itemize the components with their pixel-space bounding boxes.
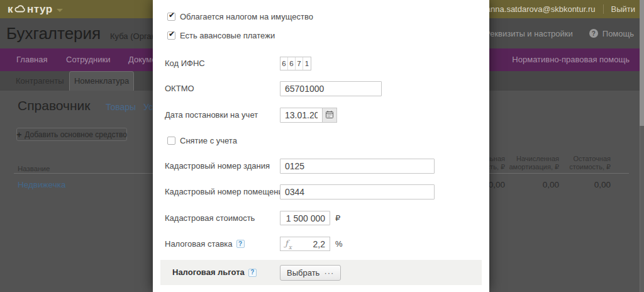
tax-rate-label: Налоговая ставка ? xyxy=(165,237,245,251)
tax-rate-help-icon[interactable]: ? xyxy=(236,240,245,248)
tax-rate-value: 2,2 xyxy=(313,239,325,249)
checkmark-icon: ✔ xyxy=(169,11,175,20)
ifns-code-label: Код ИФНС xyxy=(165,57,205,70)
tax-rate-input[interactable]: ƒx 2,2 xyxy=(280,237,330,251)
app-window: к нтур anna.satdarova@skbkontur.ru Выйти… xyxy=(0,0,644,292)
kontur-logo[interactable]: к нтур xyxy=(8,0,63,18)
deregistration-checkbox[interactable]: Снятие с учета xyxy=(167,136,237,145)
cadastral-building-label: Кадастровый номер здания xyxy=(165,159,270,174)
chevron-down-icon xyxy=(57,9,63,12)
choose-benefit-button[interactable]: Выбрать ··· xyxy=(280,265,341,281)
cadastral-value-label: Кадастровая стоимость xyxy=(165,211,255,225)
tab-nomenclature[interactable]: Номенклатура xyxy=(69,71,134,91)
ifns-code-input[interactable]: 6 6 7 1 xyxy=(280,57,311,70)
nav-item-employees[interactable]: Сотрудники xyxy=(66,48,110,71)
logout-link[interactable]: Выйти xyxy=(611,4,636,14)
fixed-asset-tax-dialog: ✔ Облагается налогом на имущество ✔ Есть… xyxy=(153,0,489,292)
column-header-name[interactable]: Название xyxy=(18,165,50,172)
column-header-residual-cost[interactable]: Остаточная стоимость, ₽ xyxy=(548,155,611,171)
ifns-digit: 7 xyxy=(296,57,303,70)
calendar-button[interactable] xyxy=(322,108,337,123)
checkmark-icon: ✔ xyxy=(169,30,175,38)
ifns-digit: 6 xyxy=(288,57,296,70)
app-title: Бухгалтерия xyxy=(6,18,101,48)
ifns-digit: 1 xyxy=(303,57,311,70)
percent-sign: % xyxy=(335,237,343,251)
tax-benefit-label: Налоговая льгота ? xyxy=(172,260,257,285)
cloud-icon xyxy=(14,4,26,13)
logo-text-suffix: нтур xyxy=(27,3,53,16)
help-link[interactable]: ? Помощь xyxy=(589,29,634,38)
topbar-divider xyxy=(603,4,604,14)
oktmo-input[interactable] xyxy=(280,81,382,96)
scrollbar-thumb[interactable] xyxy=(640,0,644,126)
cadastral-room-input[interactable] xyxy=(280,184,435,199)
nav-item-main[interactable]: Главная xyxy=(16,48,47,71)
ruble-sign: ₽ xyxy=(335,211,340,225)
nav-item-legal-help[interactable]: Нормативно-правовая помощь xyxy=(512,48,630,71)
cadastral-value-input[interactable] xyxy=(280,211,330,225)
cell-residual-cost: 0,00 xyxy=(548,180,611,189)
add-fixed-asset-label: Добавить основное средство xyxy=(25,130,127,139)
tab-contractors[interactable]: Контрагенты xyxy=(16,71,64,91)
registration-date-label: Дата постановки на учет xyxy=(165,108,258,123)
link-goods[interactable]: Товары xyxy=(106,102,136,112)
property-tax-checkbox[interactable]: ✔ Облагается налогом на имущество xyxy=(167,12,313,21)
help-icon: ? xyxy=(589,29,598,38)
advance-payments-label: Есть авансовые платежи xyxy=(180,31,275,40)
ellipsis-icon: ··· xyxy=(324,268,334,278)
ifns-digit: 6 xyxy=(280,57,288,70)
formula-icon: ƒx xyxy=(285,237,292,250)
advance-payments-checkbox[interactable]: ✔ Есть авансовые платежи xyxy=(167,31,275,40)
page-title: Справочник xyxy=(18,98,91,113)
settings-label: Реквизиты и настройки xyxy=(485,29,573,38)
cadastral-building-input[interactable] xyxy=(280,159,435,174)
calendar-icon xyxy=(326,110,333,121)
help-label: Помощь xyxy=(602,29,634,38)
cadastral-room-label: Кадастровый номер помещения xyxy=(165,184,287,199)
tax-rate-label-text: Налоговая ставка xyxy=(165,237,233,251)
deregistration-label: Снятие с учета xyxy=(180,136,237,145)
oktmo-label: ОКТМО xyxy=(165,81,194,96)
plus-icon: + xyxy=(16,130,21,139)
user-email[interactable]: anna.satdarova@skbkontur.ru xyxy=(486,4,596,14)
tax-benefit-label-text: Налоговая льгота xyxy=(172,260,245,285)
registration-date-input[interactable] xyxy=(280,108,323,123)
table-row-link[interactable]: Недвижечка xyxy=(18,180,65,189)
tax-benefit-help-icon[interactable]: ? xyxy=(248,269,257,277)
choose-benefit-label: Выбрать xyxy=(287,268,319,278)
property-tax-label: Облагается налогом на имущество xyxy=(180,12,313,21)
scrollbar-track[interactable] xyxy=(640,0,644,292)
tax-benefit-row: Налоговая льгота ? Выбрать ··· xyxy=(160,260,482,285)
logo-text-prefix: к xyxy=(8,3,13,16)
add-fixed-asset-button[interactable]: + Добавить основное средство xyxy=(16,128,127,141)
